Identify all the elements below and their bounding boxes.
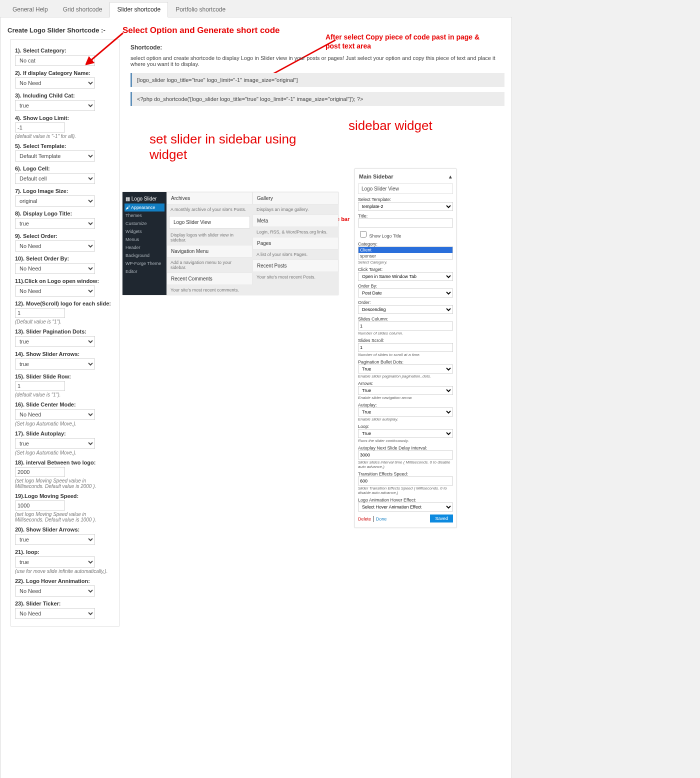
- widget-sub-title[interactable]: Logo Slider View: [358, 184, 453, 194]
- lbl-order: Order:: [358, 300, 453, 305]
- ctl-f10[interactable]: No Need: [15, 263, 95, 274]
- lbl-f10: 10). Select Order By:: [15, 256, 115, 262]
- ctl-f22[interactable]: No Need: [15, 586, 95, 596]
- help-delay: Slider slides interval time ( Millisecon…: [358, 460, 453, 469]
- chk-show-title[interactable]: [360, 231, 366, 238]
- widget-desc: Your site's most recent comments.: [166, 285, 252, 295]
- admin-menu-background[interactable]: Background: [124, 252, 164, 260]
- sel-auto[interactable]: True: [358, 408, 453, 416]
- list-category[interactable]: Client sponser: [358, 246, 453, 260]
- ctl-f4[interactable]: [15, 122, 65, 132]
- shortcode-options-panel: 1). Select Category:No cat2). If display…: [10, 39, 120, 626]
- help-scroll: Number of slides to scroll at a time.: [358, 352, 453, 357]
- lbl-col: Slides Column:: [358, 316, 453, 322]
- lbl-delay: Autoplay Next Slide Delay Interval:: [358, 446, 453, 450]
- shortcode-desc: select option and create shortcode to di…: [130, 55, 504, 67]
- widget-navigation-menu[interactable]: Navigation Menu: [166, 245, 252, 258]
- ctl-f19[interactable]: [15, 500, 65, 510]
- inp-delay[interactable]: [358, 450, 453, 460]
- ctl-f9[interactable]: No Need: [15, 240, 95, 252]
- inp-scroll[interactable]: [358, 343, 453, 352]
- ctl-f18[interactable]: [15, 467, 65, 477]
- widget-logo-slider-view[interactable]: Logo Slider View: [169, 216, 250, 228]
- help-f17: (Set logo Automatic Move,).: [15, 450, 115, 456]
- sel-arrows[interactable]: True: [358, 386, 453, 395]
- shortcode-box-2[interactable]: <?php do_shortcode('[logo_slider logo_ti…: [130, 92, 504, 106]
- ctl-f16[interactable]: No Need: [15, 409, 95, 420]
- plugin-brand: ▦ Logo Slider: [124, 194, 164, 204]
- widget-form-header[interactable]: Main Sidebar▴: [358, 171, 453, 182]
- lbl-f15: 15). Slider Slide Row:: [15, 374, 115, 380]
- ctl-f21[interactable]: true: [15, 556, 95, 568]
- lbl-f19: 19).Logo Moving Speed:: [15, 493, 115, 499]
- widget-form: Main Sidebar▴ Logo Slider View Select Te…: [354, 168, 456, 528]
- inp-title[interactable]: [358, 218, 453, 228]
- widget-pages[interactable]: Pages: [252, 237, 338, 250]
- ctl-f1[interactable]: No cat: [15, 55, 95, 66]
- lbl-f14: 14). Show Slider Arrows:: [15, 351, 115, 357]
- tab-portfolio[interactable]: Portfolio shortcode: [168, 2, 233, 17]
- ctl-f5[interactable]: Default Template: [15, 150, 95, 162]
- sel-click[interactable]: Open in Same Window Tab: [358, 272, 453, 281]
- admin-menu-widgets[interactable]: Widgets: [124, 228, 164, 236]
- widget-gallery[interactable]: Gallery: [252, 192, 338, 204]
- tab-general[interactable]: General Help: [5, 2, 56, 17]
- page-title: Create Logo Slider Shortcode :-: [0, 20, 512, 36]
- widget-recent-posts[interactable]: Recent Posts: [252, 260, 338, 272]
- widget-delete[interactable]: Delete: [358, 516, 371, 522]
- help-f12: (Default value is "1").: [15, 319, 115, 324]
- tab-slider[interactable]: Slider shortcode: [110, 2, 168, 18]
- ctl-f7[interactable]: original: [15, 196, 95, 206]
- lbl-scroll: Slides Scroll:: [358, 338, 453, 343]
- help-f21: (use for move slide infinite automatical…: [15, 568, 115, 574]
- inp-speed[interactable]: [358, 476, 453, 486]
- admin-menu-menus[interactable]: Menus: [124, 236, 164, 244]
- admin-menu-editor[interactable]: Editor: [124, 268, 164, 276]
- help-f19: (set logo Moving Speed value in Millisec…: [15, 512, 115, 522]
- lbl-title: Title:: [358, 214, 453, 218]
- admin-menu-themes[interactable]: Themes: [124, 212, 164, 220]
- widget-archives[interactable]: Archives: [166, 192, 252, 204]
- inp-col[interactable]: [358, 322, 453, 330]
- lbl-f5: 5). Select Template:: [15, 143, 115, 149]
- ctl-f17[interactable]: true: [15, 438, 95, 449]
- ctl-f11[interactable]: No Need: [15, 286, 95, 296]
- admin-menu-header[interactable]: Header: [124, 244, 164, 252]
- shortcode-box-1[interactable]: [logo_slider logo_title="true" logo_limi…: [130, 73, 504, 87]
- ctl-f2[interactable]: No Need: [15, 78, 95, 88]
- ctl-f20[interactable]: true: [15, 534, 95, 545]
- widget-done[interactable]: Done: [376, 516, 387, 522]
- sel-dots[interactable]: True: [358, 364, 453, 374]
- admin-menu-wp-forge-theme[interactable]: WP-Forge Theme: [124, 260, 164, 268]
- widget-chooser: ▦ Logo Slider 🖌 Appearance ThemesCustomi…: [122, 192, 338, 295]
- widget-desc: Display logos with slider view in sideba…: [166, 230, 252, 245]
- ctl-f8[interactable]: true: [15, 218, 95, 229]
- tabs-bar: General Help Grid shortcode Slider short…: [0, 0, 512, 18]
- ctl-f14[interactable]: true: [15, 358, 95, 370]
- widget-save[interactable]: Saved: [430, 514, 453, 522]
- admin-menu-appearance[interactable]: 🖌 Appearance: [124, 204, 164, 212]
- ctl-f15[interactable]: [15, 381, 65, 391]
- ctl-f6[interactable]: Default cell: [15, 173, 95, 184]
- collapse-icon[interactable]: ▴: [449, 174, 452, 180]
- widget-desc: Add a navigation menu to your sidebar.: [166, 258, 252, 272]
- lbl-f17: 17). Slide Autoplay:: [15, 430, 115, 436]
- widget-recent-comments[interactable]: Recent Comments: [166, 272, 252, 285]
- sel-orderby[interactable]: Post Date: [358, 288, 453, 298]
- widget-meta[interactable]: Meta: [252, 214, 338, 227]
- widget-desc: Login, RSS, & WordPress.org links.: [252, 227, 338, 237]
- lbl-show-title: Show Logo Title: [370, 234, 402, 238]
- sel-order[interactable]: Descending: [358, 305, 453, 314]
- lbl-f20: 20). Show Slider Arrows:: [15, 526, 115, 532]
- ctl-f12[interactable]: [15, 308, 65, 318]
- sel-hover[interactable]: Select Hover Animation Effect: [358, 502, 453, 512]
- sel-loop[interactable]: True: [358, 429, 453, 438]
- ctl-f13[interactable]: true: [15, 336, 95, 347]
- sel-template[interactable]: template-2: [358, 202, 453, 211]
- help-f16: (Set logo Automatic Move,).: [15, 421, 115, 426]
- admin-menu-customize[interactable]: Customize: [124, 220, 164, 228]
- tab-grid[interactable]: Grid shortcode: [56, 2, 110, 17]
- ctl-f23[interactable]: No Need: [15, 608, 95, 619]
- ctl-f3[interactable]: true: [15, 100, 95, 111]
- lbl-arrows: Arrows:: [358, 381, 453, 386]
